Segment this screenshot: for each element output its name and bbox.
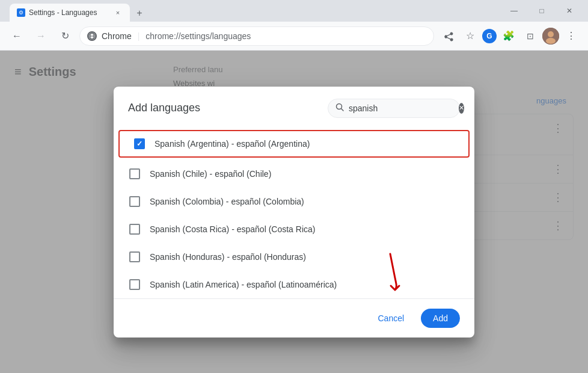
new-tab-button[interactable]: + [131,5,148,22]
menu-button[interactable]: ⋮ [562,26,581,46]
language-checkbox-spanish-costa-rica[interactable] [129,224,140,235]
window-controls: — □ ✕ [500,0,583,22]
g-account-button[interactable]: G [482,29,497,43]
page-content: ≡ Settings Preferred lanu Websites wi ng… [0,51,588,373]
active-tab[interactable]: ⚙ Settings - Languages × [10,4,130,22]
language-option-spanish-latin-america[interactable]: Spanish (Latin America) - español (Latin… [114,271,474,298]
language-checkbox-spanish-honduras[interactable] [129,251,140,262]
back-button[interactable]: ← [7,26,26,46]
share-button[interactable] [439,26,458,46]
bookmark-button[interactable]: ☆ [461,26,480,46]
red-arrow-indicator [372,251,402,295]
svg-point-5 [546,38,556,44]
language-checkbox-spanish-colombia[interactable] [129,196,140,207]
close-button[interactable]: ✕ [556,0,583,22]
language-label-spanish-honduras: Spanish (Honduras) - español (Honduras) [150,252,306,262]
extensions-button[interactable]: 🧩 [499,26,518,46]
language-option-spanish-argentina[interactable]: Spanish (Argentina) - español (Argentina… [118,130,470,158]
language-search-input[interactable] [349,103,454,113]
language-option-spanish-chile[interactable]: Spanish (Chile) - español (Chile) [114,160,474,188]
profile-avatar[interactable] [542,28,559,45]
address-text: Chrome | chrome://settings/languages [102,31,251,41]
language-option-spanish-honduras[interactable]: Spanish (Honduras) - español (Honduras) [114,243,474,271]
tab-strip: ⚙ Settings - Languages × + [5,0,148,22]
modal-title: Add languages [128,102,200,114]
tab-title: Settings - Languages [29,8,97,17]
language-options-list: Spanish (Argentina) - español (Argentina… [114,128,474,298]
language-label-spanish-colombia: Spanish (Colombia) - español (Colombia) [150,197,304,206]
language-checkbox-spanish-chile[interactable] [129,168,140,179]
language-option-spanish-costa-rica[interactable]: Spanish (Costa Rica) - español (Costa Ri… [114,215,474,243]
language-label-spanish-chile: Spanish (Chile) - español (Chile) [150,169,271,179]
language-checkbox-spanish-argentina[interactable] [134,138,145,149]
address-bar[interactable]: Chrome | chrome://settings/languages [79,26,434,46]
toolbar: ← → ↻ Chrome | chrome://settings/languag… [0,22,588,51]
minimize-button[interactable]: — [500,0,528,22]
language-label-spanish-argentina: Spanish (Argentina) - español (Argentina… [155,139,310,149]
modal-search-container: ✕ [328,99,460,118]
url-text: chrome://settings/languages [145,31,251,41]
language-option-spanish-colombia[interactable]: Spanish (Colombia) - español (Colombia) [114,188,474,215]
search-icon [335,103,344,113]
maximize-button[interactable]: □ [528,0,556,22]
svg-line-7 [341,109,344,111]
language-label-spanish-latin-america: Spanish (Latin America) - español (Latin… [150,280,337,289]
modal-header: Add languages ✕ [114,87,474,128]
svg-point-4 [548,31,554,37]
brand-text: Chrome [102,31,132,41]
security-icon [87,31,97,41]
display-button[interactable]: ⊡ [521,26,540,46]
modal-footer: Cancel Add [114,298,474,338]
tab-close-button[interactable]: × [113,8,123,17]
toolbar-actions: ☆ G 🧩 ⊡ ⋮ [439,26,581,46]
title-bar: ⚙ Settings - Languages × + — □ ✕ [0,0,588,22]
language-label-spanish-costa-rica: Spanish (Costa Rica) - español (Costa Ri… [150,224,315,234]
add-button[interactable]: Add [421,309,460,328]
cancel-button[interactable]: Cancel [366,309,416,328]
modal-overlay: Add languages ✕ [0,51,588,373]
search-clear-button[interactable]: ✕ [459,103,464,114]
separator-text: | [138,31,140,41]
add-languages-modal: Add languages ✕ [114,87,474,338]
browser-frame: ⚙ Settings - Languages × + — □ ✕ ← → ↻ [0,0,588,373]
language-checkbox-spanish-latin-america[interactable] [129,279,140,290]
refresh-button[interactable]: ↻ [55,26,75,46]
tab-favicon: ⚙ [17,8,25,17]
forward-button[interactable]: → [31,26,51,46]
